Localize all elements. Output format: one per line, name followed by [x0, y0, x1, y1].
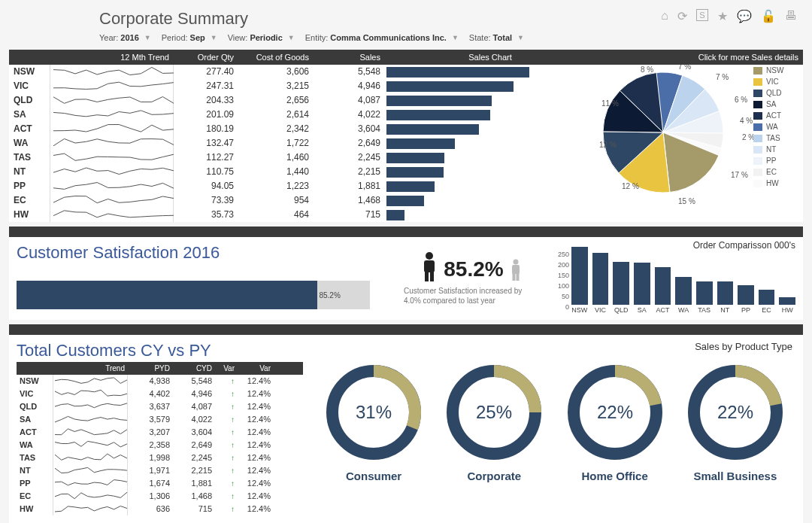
svg-text:6 %: 6 %: [735, 96, 747, 104]
pie-chart[interactable]: 8 %7 %7 %6 %4 %2 %17 %15 %12 %12 %11 %: [595, 65, 753, 211]
print-icon[interactable]: 🖶: [785, 9, 797, 23]
table-row-region: NSW: [9, 65, 50, 79]
donut-corporate: 25% Corporate: [441, 360, 547, 482]
svg-rect-14: [430, 271, 434, 281]
sales-bar: [385, 93, 595, 108]
table-row: HW 636 715 ↑ 12.4%: [17, 503, 303, 515]
filter-period[interactable]: Period: Sep ▼: [162, 33, 217, 42]
table-row-region: VIC: [9, 79, 50, 93]
product-type-title: Sales by Product Type: [314, 341, 792, 352]
customers-title: Total Customers CY vs PY: [17, 341, 303, 360]
table-row: QLD 3,637 4,087 ↑ 12.4%: [17, 400, 303, 413]
table-row: PP 1,674 1,881 ↑ 12.4%: [17, 477, 303, 490]
table-row-region: PP: [9, 179, 50, 193]
sales-value: 2,649: [314, 136, 385, 151]
filter-view[interactable]: View: Periodic ▼: [228, 33, 295, 42]
svg-point-15: [513, 260, 518, 265]
sales-bar: [385, 122, 595, 136]
svg-text:31%: 31%: [356, 402, 392, 422]
order-bar: VIC: [592, 253, 609, 314]
sparkline: [50, 79, 174, 93]
svg-rect-18: [516, 272, 519, 281]
cost-of-goods: 3,215: [238, 79, 314, 93]
sales-value: 4,087: [314, 93, 385, 108]
filter-state[interactable]: State: Total ▼: [469, 33, 524, 42]
svg-text:15 %: 15 %: [678, 197, 695, 205]
sparkline: [50, 108, 174, 122]
table-row: SA 3,579 4,022 ↑ 12.4%: [17, 413, 303, 426]
cost-of-goods: 954: [238, 193, 314, 208]
sales-value: 715: [314, 208, 385, 222]
chevron-down-icon: ▼: [452, 34, 459, 41]
sales-bar: [385, 151, 595, 165]
svg-text:7 %: 7 %: [678, 65, 691, 71]
order-bar: PP: [738, 285, 754, 314]
cost-of-goods: 1,722: [238, 136, 314, 151]
refresh-icon[interactable]: ⟳: [677, 9, 687, 23]
order-bar: WA: [675, 277, 692, 314]
table-row-region: NT: [9, 165, 50, 179]
svg-point-11: [426, 252, 433, 260]
unlock-icon[interactable]: 🔓: [761, 9, 776, 23]
order-comparison-yaxis: 250200150100500: [558, 251, 571, 311]
cost-of-goods: 1,460: [238, 151, 314, 165]
sales-value: 2,215: [314, 165, 385, 179]
home-icon[interactable]: ⌂: [661, 9, 668, 23]
satisfaction-section: Customer Satisfaction 2016 85.2% 85.2% C…: [9, 237, 803, 320]
donut-chart[interactable]: 25%: [441, 360, 547, 465]
table-row: NSW 4,938 5,548 ↑ 12.4%: [17, 375, 303, 388]
order-qty: 180.19: [174, 122, 238, 136]
sales-value: 3,604: [314, 122, 385, 136]
sparkline: [50, 136, 174, 151]
donut-chart[interactable]: 31%: [321, 360, 426, 465]
order-qty: 277.40: [174, 65, 238, 79]
donut-consumer: 31% Consumer: [321, 360, 426, 482]
filter-year[interactable]: Year: 2016 ▼: [99, 33, 151, 42]
sales-bar: [385, 208, 595, 222]
table-row: NT 1,971 2,215 ↑ 12.4%: [17, 464, 303, 477]
divider-bar: [9, 324, 803, 335]
cost-of-goods: 464: [238, 208, 314, 222]
filter-entity[interactable]: Entity: Comma Communications Inc. ▼: [305, 33, 459, 42]
table-row: WA 2,358 2,649 ↑ 12.4%: [17, 439, 303, 452]
divider-bar: [9, 227, 803, 237]
up-arrow-icon: ↑: [231, 377, 235, 385]
sales-value: 2,245: [314, 151, 385, 165]
star-icon[interactable]: ★: [717, 9, 728, 23]
sparkline: [50, 151, 174, 165]
sales-value: 1,881: [314, 179, 385, 193]
svg-text:25%: 25%: [476, 402, 512, 422]
table-row-region: SA: [9, 108, 50, 122]
order-bar: ACT: [655, 267, 671, 314]
donut-charts: 31% Consumer 25% Corporate 22% Home Offi…: [314, 360, 795, 482]
cost-of-goods: 1,440: [238, 165, 314, 179]
order-comparison-title: Order Comparisson 000's: [558, 240, 795, 251]
order-qty: 201.09: [174, 108, 238, 122]
order-comparison-chart: NSW VIC QLD SA ACT WA TAS NT PP EC HW: [571, 254, 795, 314]
chevron-down-icon: ▼: [144, 34, 151, 41]
svg-text:7 %: 7 %: [716, 73, 729, 81]
svg-text:12 %: 12 %: [599, 141, 617, 149]
donut-chart[interactable]: 22%: [683, 360, 788, 465]
up-arrow-icon: ↑: [231, 467, 235, 475]
up-arrow-icon: ↑: [231, 403, 235, 411]
order-qty: 94.05: [174, 179, 238, 193]
order-qty: 204.33: [174, 93, 238, 108]
sales-bar: [385, 179, 595, 193]
satisfaction-percent: 85.2%: [444, 257, 503, 281]
sales-bar: [385, 108, 595, 122]
satisfaction-note: Customer Satisfaction increased by 4.0% …: [404, 286, 539, 306]
sales-bar: [385, 136, 595, 151]
up-arrow-icon: ↑: [231, 492, 235, 500]
up-arrow-icon: ↑: [231, 505, 235, 513]
square-s-icon[interactable]: S: [696, 9, 708, 21]
sparkline: [50, 208, 174, 222]
order-bar: NT: [717, 281, 734, 314]
cost-of-goods: 2,614: [238, 108, 314, 122]
table-row-region: WA: [9, 136, 50, 151]
donut-chart[interactable]: 22%: [562, 360, 668, 465]
satisfaction-title: Customer Satisfaction 2016: [17, 243, 385, 263]
cost-of-goods: 2,656: [238, 93, 314, 108]
order-qty: 132.47: [174, 136, 238, 151]
chat-icon[interactable]: 💬: [737, 9, 752, 23]
